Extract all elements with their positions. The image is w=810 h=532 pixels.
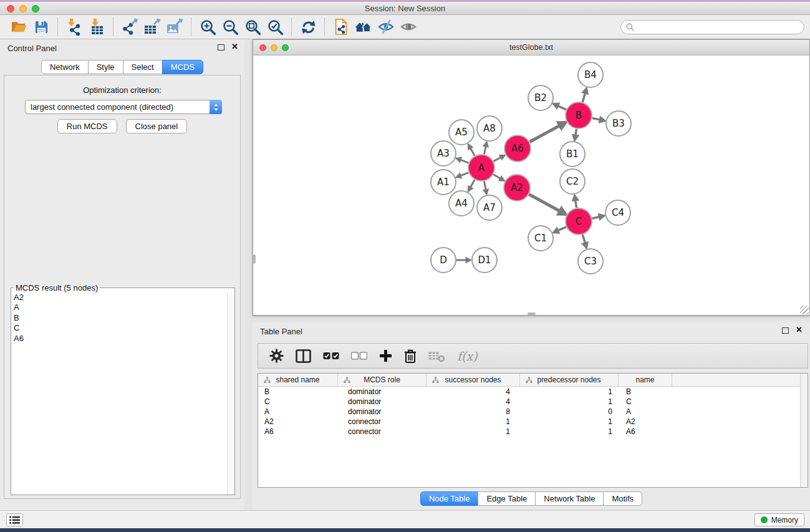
task-history-button[interactable] <box>6 513 23 526</box>
tab-edge-table[interactable]: Edge Table <box>478 491 536 506</box>
tab-node-table[interactable]: Node Table <box>420 491 479 506</box>
export-table-button[interactable] <box>141 16 163 37</box>
graph-edge-A-A6[interactable] <box>493 155 504 161</box>
table-settings-button[interactable] <box>269 349 284 363</box>
table-row[interactable]: A dominator 8 0 A <box>258 407 808 417</box>
home-button[interactable] <box>352 16 375 37</box>
result-list-item[interactable]: B <box>11 313 234 323</box>
import-network-button[interactable] <box>63 16 85 37</box>
graph-node-B[interactable]: B <box>566 102 592 128</box>
graph-edge-B-B1[interactable] <box>575 129 577 140</box>
graph-node-C1[interactable]: C1 <box>528 226 553 251</box>
show-hidden-button[interactable] <box>397 16 420 37</box>
graph-node-C[interactable]: C <box>566 208 592 235</box>
graph-edge-A-A1[interactable] <box>457 173 469 177</box>
graph-node-A7[interactable]: A7 <box>477 195 502 220</box>
search-text[interactable] <box>637 23 799 32</box>
graph-edge-A-A3[interactable] <box>457 158 469 163</box>
tab-style[interactable]: Style <box>88 60 123 74</box>
save-session-button[interactable] <box>30 16 52 37</box>
close-table-panel-icon[interactable]: ✕ <box>796 325 803 334</box>
deselect-all-columns-button[interactable] <box>351 352 367 360</box>
graph-node-A8[interactable]: A8 <box>477 116 502 141</box>
table-row[interactable]: B dominator 4 1 B <box>258 387 808 397</box>
zoom-out-button[interactable] <box>219 16 241 37</box>
result-list-item[interactable]: A6 <box>11 334 234 344</box>
graph-node-C2[interactable]: C2 <box>560 169 585 194</box>
network-vscroll-thumb[interactable] <box>253 254 256 264</box>
graph-edge-C-C1[interactable] <box>554 227 566 233</box>
graph-node-D[interactable]: D <box>431 248 456 273</box>
delete-column-button[interactable] <box>404 349 417 364</box>
tab-network[interactable]: Network <box>41 60 89 74</box>
float-panel-icon[interactable] <box>218 44 224 51</box>
export-image-button[interactable] <box>163 16 186 37</box>
export-network-button[interactable] <box>118 16 141 37</box>
network-hscroll-thumb[interactable] <box>528 312 536 315</box>
float-table-panel-icon[interactable] <box>782 327 789 334</box>
zoom-selected-button[interactable] <box>264 16 286 37</box>
graph-node-C3[interactable]: C3 <box>578 249 603 274</box>
graph-edge-C-C3[interactable] <box>582 235 586 248</box>
tab-network-table[interactable]: Network Table <box>535 491 604 506</box>
criterion-select[interactable]: largest connected component (directed) <box>25 100 222 114</box>
table-row[interactable]: A2 connector 1 1 A2 <box>258 417 808 427</box>
show-column-panel-button[interactable] <box>296 349 311 363</box>
graph-node-B3[interactable]: B3 <box>606 111 631 136</box>
graph-node-B4[interactable]: B4 <box>578 62 603 87</box>
zoom-fit-button[interactable] <box>241 16 264 37</box>
delete-table-button[interactable] <box>428 350 445 362</box>
graph-edge-A-A4[interactable] <box>468 180 475 191</box>
graph-node-A5[interactable]: A5 <box>449 120 474 145</box>
close-panel-icon[interactable]: ✕ <box>231 42 238 51</box>
column-header-name[interactable]: name <box>619 374 672 386</box>
graph-node-C4[interactable]: C4 <box>605 200 630 225</box>
hide-selected-button[interactable] <box>375 16 397 37</box>
result-list-item[interactable]: A2 <box>11 293 234 302</box>
graph-node-A4[interactable]: A4 <box>449 191 474 216</box>
graph-node-A[interactable]: A <box>468 155 494 181</box>
graph-node-B2[interactable]: B2 <box>528 85 553 110</box>
result-scrollbar[interactable] <box>227 293 234 495</box>
graph-edge-A-A2[interactable] <box>493 175 504 181</box>
run-mcds-button[interactable]: Run MCDS <box>57 119 117 133</box>
table-scrollbar[interactable] <box>800 374 808 487</box>
graph-edge-A2-C[interactable] <box>529 195 566 215</box>
search-input[interactable] <box>620 20 804 34</box>
memory-button[interactable]: Memory <box>755 513 804 526</box>
close-panel-button[interactable]: Close panel <box>126 119 188 133</box>
graph-edge-A-A8[interactable] <box>484 143 486 155</box>
table-row[interactable]: C dominator 4 1 C <box>258 397 808 407</box>
result-list-item[interactable]: C <box>11 323 234 333</box>
function-builder-button[interactable]: f(x) <box>457 349 478 363</box>
tab-mcds[interactable]: MCDS <box>162 60 203 74</box>
add-column-button[interactable] <box>379 349 392 362</box>
zoom-in-button[interactable] <box>196 16 219 37</box>
graph-edge-A-A7[interactable] <box>484 181 486 194</box>
open-session-button[interactable] <box>7 16 30 37</box>
graph-node-B1[interactable]: B1 <box>560 142 585 167</box>
graph-edge-C-C2[interactable] <box>575 196 577 208</box>
column-header-successor-nodes[interactable]: successor nodes <box>427 374 520 386</box>
column-header-mcds-role[interactable]: MCDS role <box>338 374 427 386</box>
tab-select[interactable]: Select <box>123 60 163 74</box>
select-all-columns-button[interactable] <box>323 352 339 360</box>
window-resize-grip[interactable] <box>800 306 809 314</box>
refresh-button[interactable] <box>297 16 319 37</box>
graph-edge-B-B2[interactable] <box>554 104 566 110</box>
network-canvas[interactable]: B4B2BB3A5A8A6B1A3AA1C2A2A4A7C4CC1C3DD1 <box>253 56 809 315</box>
graph-node-A1[interactable]: A1 <box>431 170 456 195</box>
tab-motifs[interactable]: Motifs <box>603 491 642 506</box>
graph-node-A6[interactable]: A6 <box>504 135 531 162</box>
result-list-item[interactable]: A <box>11 302 234 312</box>
column-header-predecessor-nodes[interactable]: predecessor nodes <box>520 374 619 386</box>
table-row[interactable]: A6 connector 1 1 A6 <box>258 427 808 437</box>
graph-node-D1[interactable]: D1 <box>472 248 497 273</box>
graph-edge-B-B3[interactable] <box>592 118 605 120</box>
graph-edge-C-C4[interactable] <box>592 216 604 218</box>
graph-node-A2[interactable]: A2 <box>504 175 530 201</box>
import-table-button[interactable] <box>85 16 108 37</box>
graph-edge-A6-B[interactable] <box>529 122 566 142</box>
graph-edge-B-B4[interactable] <box>582 89 586 102</box>
new-network-from-selection-button[interactable] <box>330 16 352 37</box>
